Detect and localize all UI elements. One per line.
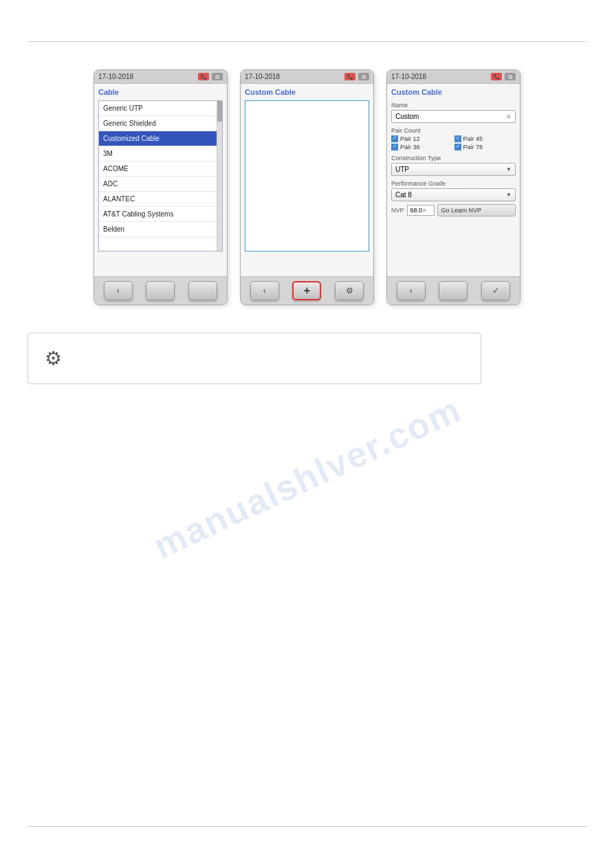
pair-36-label: Pair 36 xyxy=(400,144,420,151)
phone3-title: Custom Cable xyxy=(391,88,516,98)
name-input[interactable]: Custom ✕ xyxy=(391,110,516,123)
go-learn-button[interactable]: Go Learn NVP xyxy=(437,204,516,216)
phone1-status-icons: 📞 ▤ xyxy=(198,73,223,80)
phone2-date: 17-10-2018 xyxy=(245,73,280,80)
watermark: manualshlver.com xyxy=(147,388,468,567)
phone1-buttons: ‹ xyxy=(94,276,227,304)
name-clear-icon[interactable]: ✕ xyxy=(506,113,512,120)
construction-type-arrow: ▼ xyxy=(506,166,512,173)
phone3-btn2[interactable] xyxy=(439,281,468,300)
phone1-doc-icon: ▤ xyxy=(212,73,223,80)
phone1-title: Cable xyxy=(98,88,223,98)
name-label: Name xyxy=(391,102,516,109)
phone2-status-icons: 📞 ▤ xyxy=(344,73,369,80)
list-item[interactable]: 3M xyxy=(99,146,222,162)
phone1-body: Cable Generic UTP Generic Shielded Custo… xyxy=(94,84,227,276)
phone2-settings-button[interactable]: ⚙ xyxy=(335,281,364,300)
pair-12[interactable]: Pair 12 xyxy=(391,135,453,142)
pair-78-label: Pair 78 xyxy=(463,144,483,151)
pair-12-checkbox[interactable] xyxy=(391,135,398,142)
pair-45[interactable]: Pair 45 xyxy=(454,135,516,142)
list-item[interactable]: Generic UTP xyxy=(99,101,222,116)
list-item[interactable]: ALANTEC xyxy=(99,192,222,207)
performance-grade-arrow: ▼ xyxy=(506,192,512,198)
construction-type-value: UTP xyxy=(395,166,409,173)
phone1-cable-list[interactable]: Generic UTP Generic Shielded Customized … xyxy=(98,100,223,252)
construction-type-label: Construction Type xyxy=(391,155,516,162)
phone1-back-button[interactable]: ‹ xyxy=(104,281,133,300)
nvp-label: NVP xyxy=(391,207,404,214)
list-item[interactable]: Belden xyxy=(99,222,222,237)
nvp-value: 68.0 xyxy=(410,207,423,214)
pair-36-checkbox[interactable] xyxy=(391,144,398,151)
pair-78-checkbox[interactable] xyxy=(454,144,461,151)
pair-count-label: Pair Count xyxy=(391,127,516,134)
phone1-statusbar: 17-10-2018 📞 ▤ xyxy=(94,70,227,84)
phone2-phone-icon: 📞 xyxy=(344,73,355,80)
construction-type-select[interactable]: UTP ▼ xyxy=(391,163,516,176)
name-value: Custom xyxy=(395,113,419,120)
pair-count-grid: Pair 12 Pair 45 Pair 36 Pair 78 xyxy=(391,135,516,151)
pair-36[interactable]: Pair 36 xyxy=(391,144,453,151)
phone2-cable-list[interactable] xyxy=(245,100,369,252)
nvp-clear-icon[interactable]: ✕ xyxy=(422,208,427,214)
phone1-phone-icon: 📞 xyxy=(198,73,209,80)
phone3-buttons: ‹ ✓ xyxy=(387,276,520,304)
pair-78[interactable]: Pair 78 xyxy=(454,144,516,151)
gear-box: ⚙ xyxy=(28,333,481,384)
phone3-back-button[interactable]: ‹ xyxy=(397,281,426,300)
phone3-body: Custom Cable Name Custom ✕ Pair Count Pa… xyxy=(387,84,520,276)
phone-1: 17-10-2018 📞 ▤ Cable Generic UTP Generic… xyxy=(94,69,228,305)
pair-12-label: Pair 12 xyxy=(400,135,420,142)
performance-grade-label: Performance Grade xyxy=(391,180,516,187)
gear-icon: ⚙ xyxy=(45,347,62,370)
phone1-date: 17-10-2018 xyxy=(98,73,133,80)
phone2-back-button[interactable]: ‹ xyxy=(250,281,279,300)
phone3-date: 17-10-2018 xyxy=(391,73,426,80)
phone1-btn2[interactable] xyxy=(146,281,175,300)
pair-45-checkbox[interactable] xyxy=(454,135,461,142)
phone2-statusbar: 17-10-2018 📞 ▤ xyxy=(241,70,373,84)
phone3-phone-icon: 📞 xyxy=(491,73,502,80)
list-item[interactable]: AT&T Cabling Systems xyxy=(99,207,222,222)
pair-45-label: Pair 45 xyxy=(463,135,483,142)
phone-3: 17-10-2018 📞 ▤ Custom Cable Name Custom … xyxy=(386,69,520,305)
list-item-customized[interactable]: Customized Cable xyxy=(99,131,222,146)
bottom-divider xyxy=(28,826,586,827)
list-item[interactable]: Generic Shielded xyxy=(99,116,222,131)
list-item[interactable]: ACOME xyxy=(99,162,222,177)
phone3-check-button[interactable]: ✓ xyxy=(481,281,510,300)
phone-2: 17-10-2018 📞 ▤ Custom Cable ‹ + ⚙ xyxy=(240,69,374,305)
phone3-statusbar: 17-10-2018 📞 ▤ xyxy=(387,70,520,84)
phone1-btn3[interactable] xyxy=(188,281,217,300)
phone3-status-icons: 📞 ▤ xyxy=(491,73,516,80)
performance-grade-select[interactable]: Cat 8 ▼ xyxy=(391,188,516,201)
phone2-buttons: ‹ + ⚙ xyxy=(241,276,373,304)
phone1-scrollbar[interactable] xyxy=(217,101,222,251)
nvp-row: NVP 68.0 ✕ Go Learn NVP xyxy=(391,204,516,216)
phone1-scrollbar-thumb xyxy=(217,101,222,122)
phone2-doc-icon: ▤ xyxy=(358,73,369,80)
phones-row: 17-10-2018 📞 ▤ Cable Generic UTP Generic… xyxy=(28,69,586,305)
nvp-input[interactable]: 68.0 ✕ xyxy=(407,205,435,216)
list-item[interactable]: ADC xyxy=(99,177,222,192)
performance-grade-value: Cat 8 xyxy=(395,191,412,199)
phone2-title: Custom Cable xyxy=(245,88,369,98)
phone2-add-button[interactable]: + xyxy=(292,281,321,300)
phone3-doc-icon: ▤ xyxy=(505,73,516,80)
phone2-body: Custom Cable xyxy=(241,84,373,276)
